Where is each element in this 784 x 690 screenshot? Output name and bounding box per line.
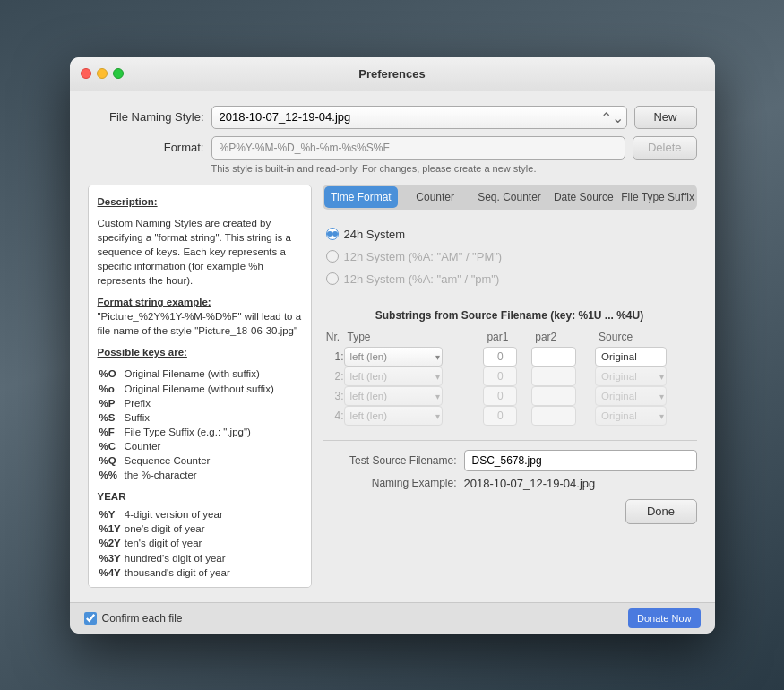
col-par2: par2 — [531, 329, 595, 347]
key-desc: Counter — [123, 439, 302, 453]
key-cell: %S — [98, 410, 123, 425]
row-nr: 2: — [323, 367, 344, 386]
row-par1 — [483, 347, 531, 367]
content-area: File Naming Style: 2018-10-07_12-19-04.j… — [70, 91, 715, 602]
radio-12h-am2[interactable]: 12h System (%A: "am" / "pm") — [326, 272, 694, 286]
radio-12h-am[interactable]: 12h System (%A: "AM" / "PM") — [326, 250, 694, 263]
naming-style-select[interactable]: 2018-10-07_12-19-04.jpg — [211, 106, 627, 129]
row-type: left (len) ▾ — [344, 386, 484, 406]
format-example-text: "Picture_%2Y%1Y-%M-%D%F" will lead to a … — [98, 311, 302, 336]
substrings-title: Substrings from Source Filename (key: %1… — [323, 309, 697, 322]
time-format-section: 24h System 12h System (%A: "AM" / "PM") … — [323, 220, 697, 302]
naming-example-label: Naming Example: — [323, 477, 457, 489]
key-cell: %o — [98, 382, 123, 396]
row-par2 — [531, 406, 595, 426]
tab-seq-counter[interactable]: Seq. Counter — [472, 186, 547, 208]
row-type: left (len) ▾ — [344, 406, 484, 426]
maximize-button[interactable] — [113, 68, 124, 79]
key-desc: Original Filename (without suffix) — [123, 382, 302, 396]
year-key-cell: %Y — [98, 507, 123, 522]
key-desc: File Type Suffix (e.g.: ".jpg") — [123, 425, 302, 439]
row-source: Original ▾ — [595, 367, 696, 386]
close-button[interactable] — [81, 68, 91, 79]
radio-24h[interactable]: 24h System — [326, 228, 694, 241]
month-section-header: MONTH — [98, 587, 302, 588]
possible-keys-header: Possible keys are: — [98, 347, 187, 358]
type-select-1[interactable]: left (len) — [344, 367, 443, 386]
par1-input-3[interactable] — [483, 406, 517, 426]
year-key-desc: hundred's digit of year — [123, 551, 302, 565]
done-row: Done — [323, 499, 697, 524]
minimize-button[interactable] — [97, 68, 108, 79]
substrings-table: Nr. Type par1 par2 Source 1: left (len) … — [323, 329, 697, 426]
tabs-bar: Time Format Counter Seq. Counter Date So… — [323, 185, 697, 210]
substring-row: 2: left (len) ▾ Original ▾ — [323, 367, 697, 386]
confirm-label: Confirm each file — [102, 612, 183, 625]
key-row: %OOriginal Filename (with suffix) — [98, 367, 302, 381]
done-button[interactable]: Done — [625, 499, 697, 524]
tab-time-format[interactable]: Time Format — [324, 186, 399, 208]
radio-12h-am2-label: 12h System (%A: "am" / "pm") — [344, 272, 500, 286]
year-key-cell: %4Y — [98, 565, 123, 580]
confirm-checkbox[interactable] — [84, 612, 97, 625]
row-nr: 4: — [323, 406, 344, 426]
row-source: Original ▾ — [595, 406, 696, 426]
row-type: left (len) ▾ — [344, 347, 484, 367]
key-row: %QSequence Counter — [98, 453, 302, 468]
col-par1: par1 — [483, 329, 531, 347]
year-key-row: %Y4-digit version of year — [98, 507, 302, 522]
key-row: %oOriginal Filename (without suffix) — [98, 382, 302, 396]
key-row: %FFile Type Suffix (e.g.: ".jpg") — [98, 425, 302, 439]
row-par2 — [531, 367, 595, 386]
substring-row: 3: left (len) ▾ Original ▾ — [323, 386, 697, 406]
row-source: Original — [595, 347, 696, 367]
type-select-0[interactable]: left (len) — [344, 347, 443, 367]
year-key-row: %1Yone's digit of year — [98, 522, 302, 536]
new-button[interactable]: New — [634, 106, 697, 129]
preferences-window: Preferences File Naming Style: 2018-10-0… — [70, 57, 715, 634]
row-par1 — [483, 406, 531, 426]
source-select-3: Original — [595, 406, 667, 426]
radio-12h-am-label: 12h System (%A: "AM" / "PM") — [344, 250, 503, 263]
titlebar: Preferences — [70, 57, 715, 91]
key-desc: Sequence Counter — [123, 453, 302, 468]
key-desc: Suffix — [123, 410, 302, 425]
row-par1 — [483, 386, 531, 406]
col-type: Type — [344, 329, 484, 347]
main-panel: Description: Custom Naming Styles are cr… — [88, 185, 697, 588]
col-source: Source — [595, 329, 696, 347]
tab-counter[interactable]: Counter — [398, 186, 472, 208]
tab-date-source[interactable]: Date Source — [547, 186, 621, 208]
type-select-2[interactable]: left (len) — [344, 386, 443, 406]
right-panel: Time Format Counter Seq. Counter Date So… — [323, 185, 697, 588]
readonly-note: This style is built-in and read-only. Fo… — [211, 163, 697, 174]
year-keys-table: %Y4-digit version of year%1Yone's digit … — [98, 507, 302, 579]
substrings-section: Substrings from Source Filename (key: %1… — [323, 309, 697, 426]
radio-circle-12h-am2 — [326, 272, 339, 285]
delete-button[interactable]: Delete — [633, 136, 697, 160]
par1-input-0[interactable] — [483, 347, 517, 367]
tab-file-type-suffix[interactable]: File Type Suffix — [621, 186, 695, 208]
donate-button[interactable]: Donate Now — [628, 608, 701, 628]
key-row: %SSuffix — [98, 410, 302, 425]
substring-row: 4: left (len) ▾ Original ▾ — [323, 406, 697, 426]
par1-input-1[interactable] — [483, 367, 517, 386]
naming-example-value: 2018-10-07_12-19-04.jpg — [464, 477, 596, 490]
source-select-0[interactable]: Original — [595, 347, 667, 367]
bottom-section: Test Source Filename: Naming Example: 20… — [323, 440, 697, 524]
key-cell: %P — [98, 396, 123, 410]
par1-input-2[interactable] — [483, 386, 517, 406]
substrings-header-row: Nr. Type par1 par2 Source — [323, 329, 697, 347]
year-key-desc: thousand's digit of year — [123, 565, 302, 580]
type-select-3[interactable]: left (len) — [344, 406, 443, 426]
par2-box-2 — [531, 386, 576, 406]
test-source-input[interactable] — [464, 450, 697, 471]
confirm-row: Confirm each file — [84, 612, 183, 625]
year-key-cell: %2Y — [98, 536, 123, 550]
year-key-desc: 4-digit version of year — [123, 507, 302, 522]
row-source: Original ▾ — [595, 386, 696, 406]
description-panel: Description: Custom Naming Styles are cr… — [88, 185, 312, 588]
row-par1 — [483, 367, 531, 386]
keys-table: %OOriginal Filename (with suffix)%oOrigi… — [98, 367, 302, 482]
key-cell: %O — [98, 367, 123, 381]
